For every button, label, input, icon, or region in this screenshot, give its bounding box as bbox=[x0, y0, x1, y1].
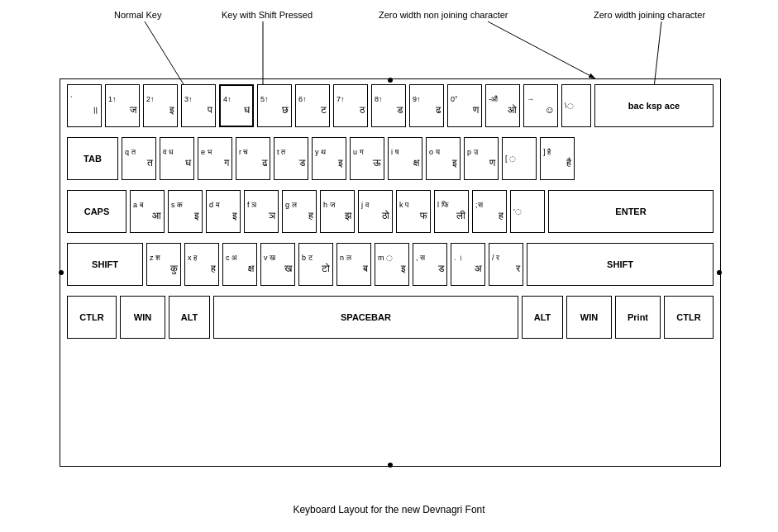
keyboard-outer: ` ॥ 1↑ ज 2↑ इ 3↑ bbox=[60, 78, 721, 467]
key-win-right[interactable]: WIN bbox=[566, 296, 612, 339]
key-ctrl-right[interactable]: CTLR bbox=[664, 296, 714, 339]
key-8[interactable]: 8↑ ड bbox=[371, 84, 406, 127]
key-k[interactable]: k प फ bbox=[396, 190, 431, 233]
key-a[interactable]: a ब आ bbox=[130, 190, 165, 233]
key-enter[interactable]: ENTER bbox=[548, 190, 714, 233]
key-7[interactable]: 7↑ ठ bbox=[333, 84, 368, 127]
key-period[interactable]: . । अ bbox=[451, 243, 485, 286]
key-alt-left[interactable]: ALT bbox=[169, 296, 210, 339]
key-backtick[interactable]: ` ॥ bbox=[67, 84, 102, 127]
key-caps[interactable]: CAPS bbox=[67, 190, 126, 233]
key-q[interactable]: q त त bbox=[122, 137, 156, 180]
key-i[interactable]: i ष क्ष bbox=[388, 137, 422, 180]
key-backslash[interactable]: \◌ bbox=[561, 84, 591, 127]
key-tab[interactable]: TAB bbox=[67, 137, 118, 180]
key-alt-right[interactable]: ALT bbox=[522, 296, 563, 339]
key-x[interactable]: x ह ह bbox=[184, 243, 219, 286]
row-asdf: CAPS a ब आ s क इ d म इ bbox=[60, 185, 720, 238]
svg-text:Zero width non joining charact: Zero width non joining character bbox=[379, 10, 508, 20]
key-shift-right[interactable]: SHIFT bbox=[527, 243, 714, 286]
key-e[interactable]: e भ ग bbox=[198, 137, 232, 180]
row-zxcv: SHIFT z श कु x ह ह c अ क्ष bbox=[60, 238, 720, 291]
key-minus[interactable]: -औ ओ bbox=[485, 84, 520, 127]
footer-label: Keyboard Layout for the new Devnagri Fon… bbox=[293, 504, 484, 515]
key-9[interactable]: 9↑ ढ bbox=[409, 84, 444, 127]
svg-text:Zero width joining character: Zero width joining character bbox=[594, 10, 705, 20]
key-slash[interactable]: / र र bbox=[489, 243, 523, 286]
key-f[interactable]: f ञ ञ bbox=[244, 190, 279, 233]
row-numbers: ` ॥ 1↑ ज 2↑ इ 3↑ bbox=[60, 79, 720, 132]
key-semicolon[interactable]: ;स ह bbox=[472, 190, 507, 233]
key-o[interactable]: o य इ bbox=[426, 137, 461, 180]
key-l[interactable]: l फि ली bbox=[434, 190, 469, 233]
key-0[interactable]: 0° ण bbox=[447, 84, 482, 127]
key-3[interactable]: 3↑ प bbox=[181, 84, 216, 127]
key-w[interactable]: व ध ध bbox=[160, 137, 194, 180]
key-s[interactable]: s क इ bbox=[168, 190, 203, 233]
key-t[interactable]: t त ड bbox=[274, 137, 308, 180]
key-win-left[interactable]: WIN bbox=[120, 296, 165, 339]
key-u[interactable]: u ग ऊ bbox=[350, 137, 384, 180]
key-ctrl-left[interactable]: CTLR bbox=[67, 296, 117, 339]
key-6[interactable]: 6↑ ट bbox=[295, 84, 330, 127]
key-quote[interactable]: '◌ bbox=[510, 190, 545, 233]
key-h[interactable]: h ज झ bbox=[320, 190, 355, 233]
key-backspace[interactable]: bac ksp ace bbox=[594, 84, 714, 127]
key-shift-left[interactable]: SHIFT bbox=[67, 243, 143, 286]
key-2[interactable]: 2↑ इ bbox=[143, 84, 178, 127]
key-equals[interactable]: → ☺ bbox=[523, 84, 558, 127]
key-b[interactable]: b ट टो bbox=[298, 243, 333, 286]
key-z[interactable]: z श कु bbox=[146, 243, 181, 286]
key-print-screen[interactable]: Print bbox=[615, 296, 661, 339]
row-qwerty: TAB q त त व ध ध e भ ग bbox=[60, 132, 720, 185]
main-container: Normal Key Key with Shift Pressed Zero w… bbox=[0, 0, 778, 532]
key-1[interactable]: 1↑ ज bbox=[105, 84, 140, 127]
svg-line-5 bbox=[488, 21, 595, 78]
key-g[interactable]: g ल ह bbox=[282, 190, 317, 233]
key-n[interactable]: n ल ब bbox=[336, 243, 371, 286]
key-v[interactable]: v ख ख bbox=[260, 243, 295, 286]
key-p[interactable]: p उ ण bbox=[464, 137, 499, 180]
key-bracket-r[interactable]: ] है है bbox=[540, 137, 575, 180]
key-comma[interactable]: , स ड bbox=[413, 243, 447, 286]
key-r[interactable]: r च ढ bbox=[236, 137, 270, 180]
key-c[interactable]: c अ क्ष bbox=[222, 243, 257, 286]
key-5[interactable]: 5↑ छ bbox=[257, 84, 292, 127]
key-j[interactable]: j व ठो bbox=[358, 190, 393, 233]
key-y[interactable]: y थ इ bbox=[312, 137, 346, 180]
key-spacebar[interactable]: SPACEBAR bbox=[213, 296, 518, 339]
row-bottom: CTLR WIN ALT SPACEBAR ALT WIN Print CTLR bbox=[60, 291, 720, 344]
svg-text:Normal Key: Normal Key bbox=[114, 10, 162, 20]
svg-text:Key with Shift Pressed: Key with Shift Pressed bbox=[222, 10, 313, 20]
key-m[interactable]: m ◌ इ bbox=[375, 243, 409, 286]
key-bracket-l[interactable]: [ ◌ bbox=[502, 137, 537, 180]
key-d[interactable]: d म इ bbox=[206, 190, 241, 233]
key-4[interactable]: 4↑ ध bbox=[219, 84, 254, 127]
